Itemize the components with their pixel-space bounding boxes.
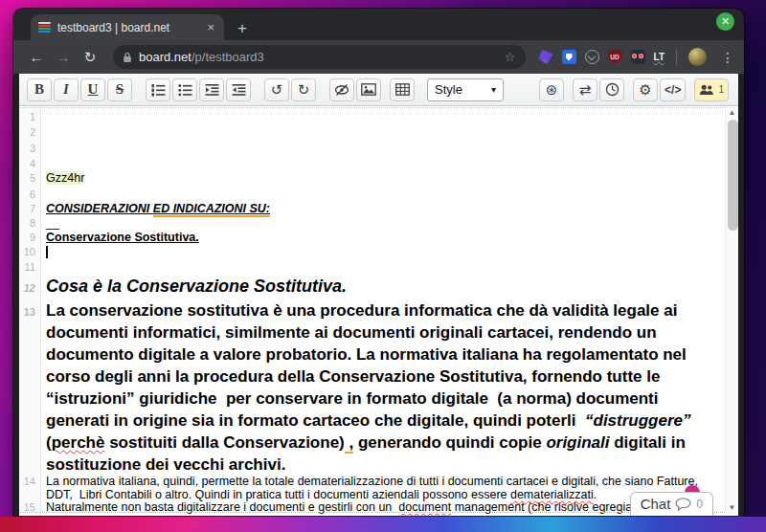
doc-paragraph: La normativa italiana, quindi, permette … [40, 476, 725, 501]
spellcheck-orange: ED INDICAZIONI SU: [153, 202, 270, 217]
url-text: board.net/p/testboard3 [139, 50, 264, 64]
extension-badge: 10 [535, 60, 547, 69]
doc-paragraph: Naturalmente non basta digitalizzare i d… [40, 501, 725, 516]
line-number: 13 [19, 301, 40, 323]
line-number: 12 [19, 277, 40, 299]
doc-line-11: 11 [19, 259, 725, 276]
line-number: 8 [19, 216, 40, 231]
line-number: 3 [19, 142, 40, 156]
redo-button[interactable]: ↻ [291, 78, 316, 101]
doc-line-10: 10 [19, 245, 725, 259]
connected-users-button[interactable]: 1 [694, 78, 729, 101]
scroll-down-icon[interactable]: ▼ [726, 503, 738, 512]
chat-bubble-icon [675, 498, 691, 511]
ordered-list-button[interactable] [146, 78, 170, 101]
browser-tab[interactable]: testboard3 | board.net × [31, 14, 224, 40]
style-dropdown[interactable]: Style ▾ [427, 78, 504, 101]
import-export-button[interactable]: ⇄ [573, 78, 597, 101]
purple-extension-icon[interactable]: 10 [539, 50, 553, 64]
extensions-area: 10 UD LT ⋮ [539, 48, 734, 66]
editor-toolbar: B I U S ↺ ↻ [19, 74, 738, 106]
doc-title: Cosa è la Conservazione Sostitutiva. [40, 275, 725, 298]
profile-avatar[interactable] [688, 48, 707, 66]
author-highlighted-text: Gzz4hr [46, 171, 84, 185]
reload-icon[interactable]: ↻ [79, 49, 101, 66]
window-close-button[interactable]: ✕ [716, 12, 734, 31]
forward-icon[interactable]: → [52, 49, 75, 65]
strikethrough-button[interactable]: S [107, 78, 132, 101]
address-bar[interactable]: board.net/p/testboard3 ☆ [113, 45, 526, 69]
scroll-up-icon[interactable]: ▲ [726, 108, 738, 117]
languagetool-extension-icon[interactable]: LT [654, 53, 665, 62]
lock-icon [123, 52, 132, 63]
spellcheck-red: perchè [52, 433, 105, 452]
outdent-button[interactable] [226, 78, 251, 101]
privacy-extension-icon[interactable] [631, 50, 645, 64]
timeslider-button[interactable] [599, 78, 624, 101]
spellcheck-red: document [398, 500, 451, 514]
embed-share-button[interactable]: </> [660, 78, 686, 101]
editor-content[interactable]: 1 2 3 4 5Gzz4hr 6 7CONSIDERAZIONI ED IND… [19, 106, 738, 516]
undo-button[interactable]: ↺ [264, 78, 289, 101]
doc-line-15: 15Naturalmente non basta digitalizzare i… [19, 501, 725, 516]
doc-line-7: 7CONSIDERAZIONI ED INDICAZIONI SU: [19, 202, 725, 216]
line-number: 14 [19, 476, 40, 489]
indent-button[interactable] [199, 78, 224, 101]
users-count: 1 [718, 84, 724, 95]
tab-close-icon[interactable]: × [205, 21, 216, 33]
line-number: 7 [19, 202, 40, 216]
spellcheck-orange: ed organizzazione [110, 514, 207, 517]
line-number: 10 [19, 245, 40, 259]
bold-button[interactable]: B [27, 78, 52, 101]
doc-heading: CONSIDERAZIONI ED INDICAZIONI SU: [46, 202, 270, 217]
adblock-extension-icon[interactable]: UD [608, 50, 622, 64]
doc-line-5: 5Gzz4hr [19, 171, 725, 186]
underscore-mark: __ [46, 216, 59, 230]
document-lines[interactable]: 1 2 3 4 5Gzz4hr 6 7CONSIDERAZIONI ED IND… [19, 106, 725, 516]
scrollbar-thumb[interactable] [728, 120, 738, 231]
line-number: 15 [19, 501, 40, 515]
users-icon [699, 84, 715, 96]
doc-subheading: Conservazione Sostitutiva. [46, 231, 199, 244]
bookmark-star-icon[interactable]: ☆ [505, 50, 516, 64]
line-number: 4 [19, 157, 40, 171]
pocket-extension-icon[interactable] [585, 50, 599, 64]
password-manager-extension-icon[interactable] [562, 50, 576, 64]
clear-authorship-button[interactable] [329, 78, 354, 101]
text-caret [46, 246, 48, 258]
line-number: 2 [19, 125, 40, 140]
doc-line-6: 6 [19, 186, 725, 202]
doc-paragraph: La conservazione sostitutiva è una proce… [40, 299, 725, 476]
doc-line-1: 1 [19, 108, 725, 124]
board-favicon-icon [38, 21, 51, 33]
doc-line-13: 13La conservazione sostitutiva è una pro… [19, 299, 725, 476]
tab-title: testboard3 | board.net [57, 21, 198, 34]
italic-button[interactable]: I [54, 78, 79, 101]
doc-line-12: 12Cosa è la Conservazione Sostitutiva. [19, 275, 725, 299]
browser-window: testboard3 | board.net × + ✕ ← → ↻ board… [13, 9, 744, 521]
doc-line-3: 3 [19, 140, 725, 156]
spellcheck-orange: , [345, 433, 353, 454]
line-number: 11 [19, 260, 40, 275]
browser-menu-icon[interactable]: ⋮ [721, 50, 734, 65]
scrollbar[interactable]: ▲ ▼ [725, 106, 738, 516]
doc-line-9: 9Conservazione Sostitutiva. [19, 231, 725, 245]
new-tab-button[interactable]: + [237, 20, 247, 36]
chat-widget[interactable]: Chat 0 [630, 492, 713, 516]
insert-table-button[interactable] [390, 78, 415, 101]
back-icon[interactable]: ← [25, 49, 48, 65]
underline-button[interactable]: U [80, 78, 105, 101]
doc-line-8: 8__ [19, 216, 725, 231]
style-dropdown-value: Style [435, 82, 462, 97]
settings-button[interactable]: ⚙ [633, 78, 658, 101]
insert-image-button[interactable] [356, 78, 381, 101]
unordered-list-button[interactable] [172, 78, 197, 101]
line-number: 5 [19, 171, 40, 186]
toolbar-separator [676, 50, 677, 65]
chat-label: Chat [641, 496, 671, 512]
chat-count: 0 [696, 498, 703, 511]
save-revision-button[interactable]: ⊛ [539, 78, 564, 101]
line-number: 1 [19, 110, 40, 124]
line-number: 6 [19, 188, 40, 202]
browser-toolbar: ← → ↻ board.net/p/testboard3 ☆ 10 UD LT … [13, 40, 744, 74]
